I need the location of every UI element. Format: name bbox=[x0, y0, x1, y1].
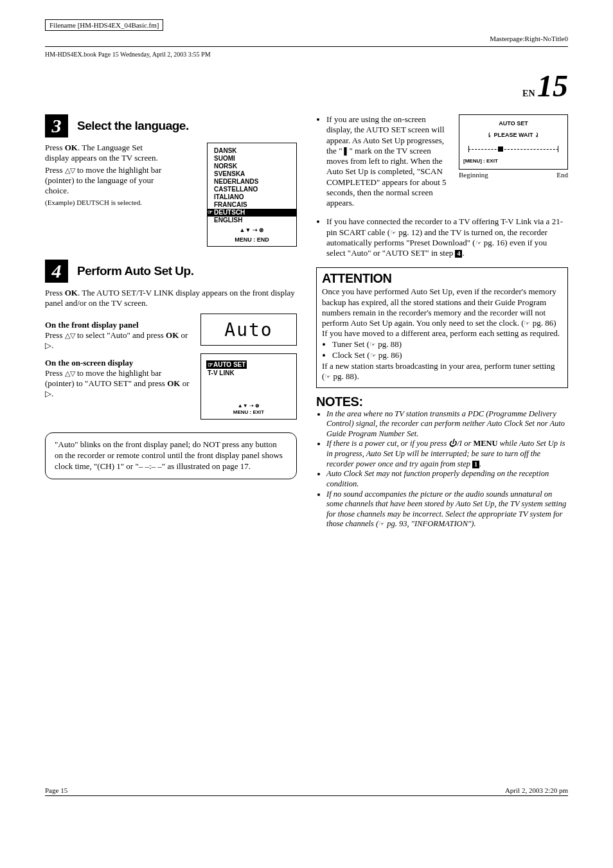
display-text: Auto bbox=[224, 319, 272, 341]
pageref-icon: ☞ bbox=[369, 341, 376, 348]
step-4-badge: 4 bbox=[45, 260, 68, 283]
lang-item: FRANCAIS bbox=[208, 201, 296, 209]
lang-item: ENGLISH bbox=[208, 217, 296, 224]
lang-item: SUOMI bbox=[208, 155, 296, 163]
bullet-tvlink: If you have connected the recorder to a … bbox=[326, 217, 568, 258]
lang-code: EN bbox=[522, 89, 535, 98]
masterpage-label: Masterpage:Right-NoTitle0 bbox=[490, 35, 568, 42]
lang-item: SVENSKA bbox=[208, 170, 296, 178]
notes-title: NOTES: bbox=[316, 394, 568, 409]
lang-item: CASTELLANO bbox=[208, 186, 296, 193]
onscreen-autoset: ☞AUTO SET bbox=[206, 360, 247, 369]
attention-bullet-clock: Clock Set (☞ pg. 86) bbox=[332, 350, 562, 360]
example-note: (Example) DEUTSCH is selected. bbox=[45, 199, 167, 206]
footer-page-label: Page 15 bbox=[45, 786, 67, 794]
bullet-onscreen-progress: If you are using the on-screen display, … bbox=[326, 114, 450, 208]
onscreen-display-box: ☞AUTO SET T-V LINK ▲▼ ➝ ⊗ MENU : EXIT bbox=[200, 353, 297, 420]
pageref-icon: ☞ bbox=[390, 229, 396, 236]
filename-text: Filename [HM-HDS4EX_04Basic.fm] bbox=[49, 21, 159, 29]
lang-footer-nav: ▲▼ ➝ ⊗ bbox=[208, 227, 296, 234]
footer-timestamp: April 2, 2003 2:20 pm bbox=[505, 786, 568, 794]
step-3-badge: 3 bbox=[45, 114, 68, 137]
step-3-title: Select the language. bbox=[77, 119, 189, 133]
label-beginning: Beginning bbox=[459, 171, 488, 179]
note-item: If there is a power cut, or if you press… bbox=[326, 439, 568, 469]
attention-bullet-tuner: Tuner Set (☞ pg. 88) bbox=[332, 339, 562, 350]
label-end: End bbox=[556, 171, 568, 179]
step-ref-badge: 1 bbox=[472, 461, 479, 469]
pageref-icon: ☞ bbox=[370, 351, 377, 359]
note-item: In the area where no TV station transmit… bbox=[326, 409, 568, 439]
pageref-icon: ☞ bbox=[378, 520, 385, 527]
step-4-title: Perform Auto Set Up. bbox=[77, 264, 193, 278]
front-display-panel: Auto bbox=[200, 314, 297, 346]
step-ref-badge: 4 bbox=[455, 250, 462, 258]
page-number-large: 15 bbox=[537, 69, 568, 103]
lang-footer-menu: MENU : END bbox=[208, 236, 296, 244]
onscreen-footer-nav: ▲▼ ➝ ⊗ bbox=[206, 403, 291, 409]
lang-item: NORSK bbox=[208, 163, 296, 170]
progress-menu-label: [MENU] : EXIT bbox=[463, 158, 498, 164]
filename-box: Filename [HM-HDS4EX_04Basic.fm] bbox=[45, 19, 163, 31]
onscreen-footer-menu: MENU : EXIT bbox=[206, 409, 291, 416]
up-down-icon: △▽ bbox=[65, 369, 75, 377]
lang-item: ITALIANO bbox=[208, 193, 296, 201]
up-down-icon: △▽ bbox=[65, 166, 75, 174]
auto-blink-note: "Auto" blinks on the front display panel… bbox=[45, 432, 297, 479]
front-panel-subhead: On the front display panel bbox=[45, 320, 191, 330]
progress-marker-icon bbox=[498, 146, 503, 152]
autoset-progress-box: AUTO SET ⤹ PLEASE WAIT ⤸ [MENU] : EXIT bbox=[459, 114, 568, 170]
progress-title: AUTO SET bbox=[463, 120, 564, 128]
pageref-icon: ☞ bbox=[475, 239, 482, 247]
book-info: HM-HDS4EX.book Page 15 Wednesday, April … bbox=[45, 51, 568, 58]
onscreen-subhead: On the on-screen display bbox=[45, 358, 191, 368]
up-down-icon: △▽ bbox=[65, 332, 75, 339]
note-item: Auto Clock Set may not function properly… bbox=[326, 469, 568, 489]
lang-item: NEDERLANDS bbox=[208, 178, 296, 186]
attention-title: ATTENTION bbox=[322, 270, 562, 287]
note-item: If no sound accompanies the picture or t… bbox=[326, 490, 568, 530]
pageref-icon: ☞ bbox=[324, 373, 331, 380]
lang-item-selected: DEUTSCH bbox=[208, 209, 296, 217]
attention-box: ATTENTION Once you have performed Auto S… bbox=[316, 267, 568, 387]
language-list-box: DANSK SUOMI NORSK SVENSKA NEDERLANDS CAS… bbox=[207, 143, 297, 247]
onscreen-tvlink: T-V LINK bbox=[206, 369, 291, 377]
lang-item: DANSK bbox=[208, 147, 296, 155]
progress-wait: ⤹ PLEASE WAIT ⤸ bbox=[463, 132, 564, 139]
pageref-icon: ☞ bbox=[524, 319, 530, 327]
